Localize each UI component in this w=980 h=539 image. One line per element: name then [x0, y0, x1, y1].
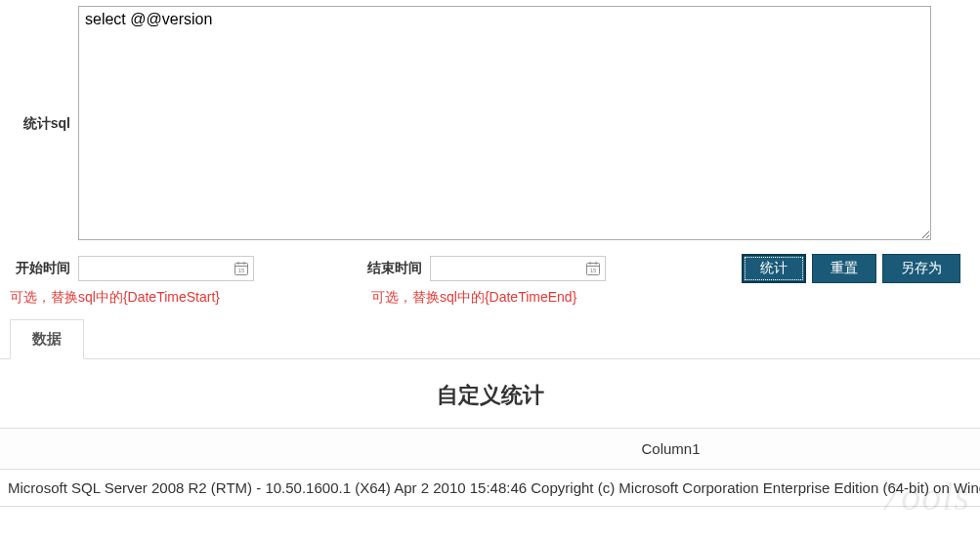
table-row: Microsoft SQL Server 2008 R2 (RTM) - 10.… [0, 470, 980, 507]
end-time-input[interactable] [431, 257, 605, 280]
table-header-cell: Column1 [0, 429, 980, 470]
start-time-hint: 可选，替换sql中的{DateTimeStart} [10, 289, 264, 307]
svg-text:15: 15 [590, 268, 597, 273]
end-time-label: 结束时间 [362, 260, 430, 277]
end-time-field[interactable]: 15 [430, 256, 606, 281]
tabs: 数据 [0, 318, 980, 359]
sql-label: 统计sql [10, 113, 78, 133]
start-time-input[interactable] [79, 257, 253, 280]
result-title: 自定义统计 [0, 359, 980, 428]
calendar-icon: 15 [585, 261, 601, 276]
svg-text:15: 15 [238, 268, 245, 273]
calendar-icon: 15 [234, 261, 249, 276]
end-time-hint: 可选，替换sql中的{DateTimeEnd} [371, 289, 576, 307]
table-cell: Microsoft SQL Server 2008 R2 (RTM) - 10.… [0, 470, 980, 507]
start-time-field[interactable]: 15 [78, 256, 254, 281]
table-header-row: Column1 [0, 429, 980, 470]
start-time-label: 开始时间 [10, 260, 78, 277]
submit-button[interactable]: 统计 [742, 254, 806, 283]
sql-textarea[interactable] [78, 6, 931, 240]
tab-data[interactable]: 数据 [10, 319, 84, 359]
reset-button[interactable]: 重置 [812, 254, 876, 283]
result-table: Column1 Microsoft SQL Server 2008 R2 (RT… [0, 428, 980, 507]
saveas-button[interactable]: 另存为 [882, 254, 960, 283]
